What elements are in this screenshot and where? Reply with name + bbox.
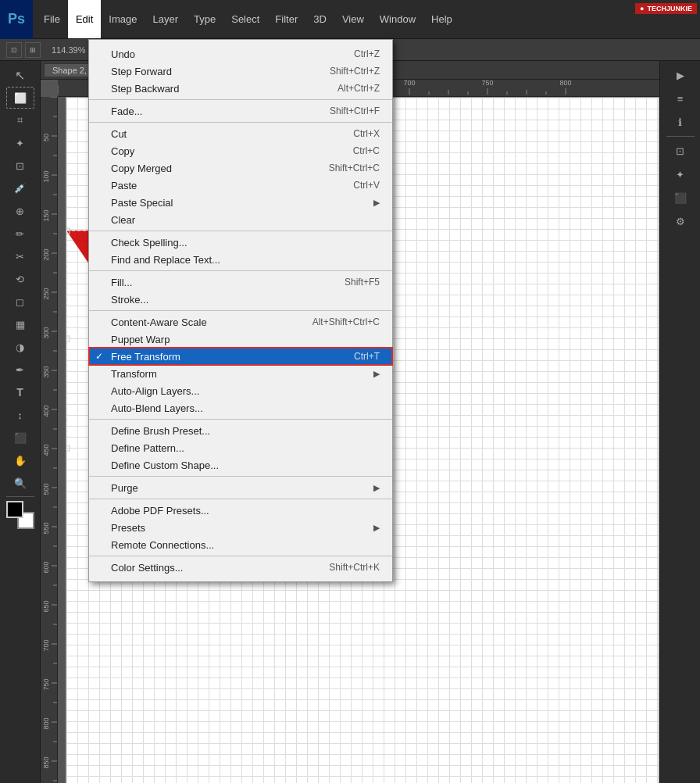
menu-item-step-backward[interactable]: Step Backward Alt+Ctrl+Z	[89, 80, 392, 97]
tool-shape[interactable]: ⬛	[6, 427, 34, 449]
menu-item-copy-merged[interactable]: Copy Merged Shift+Ctrl+C	[89, 159, 392, 177]
menu-layer[interactable]: Layer	[145, 0, 187, 38]
tool-mode-icon[interactable]: ⊡	[6, 42, 22, 58]
tool-heal[interactable]: ⊕	[6, 200, 34, 222]
menu-shortcut-paste: Ctrl+V	[353, 180, 380, 191]
menu-item-auto-align[interactable]: Auto-Align Layers...	[89, 382, 392, 399]
purge-arrow: ▶	[373, 483, 380, 493]
menu-item-adobe-pdf-presets[interactable]: Adobe PDF Presets...	[89, 502, 392, 519]
tool-clone[interactable]: ✂	[6, 245, 34, 267]
tool-pen[interactable]: ✒	[6, 359, 34, 381]
menu-item-content-aware-scale[interactable]: Content-Aware Scale Alt+Shift+Ctrl+C	[89, 313, 392, 331]
menu-item-auto-blend[interactable]: Auto-Blend Layers...	[89, 399, 392, 417]
menu-shortcut-undo: Ctrl+Z	[354, 48, 380, 59]
menu-item-paste-special[interactable]: Paste Special ▶	[89, 194, 392, 211]
tool-lasso[interactable]: ⌗	[6, 109, 34, 131]
foreground-color[interactable]	[6, 501, 23, 518]
right-tool-2[interactable]: ≡	[666, 88, 695, 109]
menu-type[interactable]: Type	[186, 0, 223, 38]
menu-shortcut-copy-merged: Shift+Ctrl+C	[329, 163, 380, 173]
menu-section-presets: Adobe PDF Presets... Presets ▶ Remote Co…	[89, 499, 392, 556]
svg-text:800: 800	[42, 717, 50, 729]
menu-item-cut[interactable]: Cut Ctrl+X	[89, 125, 392, 142]
menu-item-clear[interactable]: Clear	[89, 211, 392, 228]
menu-item-stroke[interactable]: Stroke...	[89, 291, 392, 308]
tool-crop[interactable]: ⊡	[6, 155, 34, 177]
tool-select-icon[interactable]: ⊞	[25, 42, 41, 58]
menu-item-fill[interactable]: Fill... Shift+F5	[89, 274, 392, 291]
menu-item-define-custom-shape[interactable]: Define Custom Shape...	[89, 456, 392, 474]
menu-shortcut-fade: Shift+Ctrl+F	[330, 105, 380, 116]
svg-text:550: 550	[42, 522, 50, 534]
right-tool-6[interactable]: ⬛	[666, 187, 695, 209]
menu-label-purge: Purge	[111, 482, 373, 494]
menu-view[interactable]: View	[334, 0, 372, 38]
menu-window[interactable]: Window	[372, 0, 423, 38]
right-tool-3[interactable]: ℹ	[666, 111, 695, 133]
menu-item-transform[interactable]: Transform ▶	[89, 365, 392, 382]
menu-label-puppet-warp: Puppet Warp	[111, 334, 380, 345]
menu-item-define-pattern[interactable]: Define Pattern...	[89, 439, 392, 456]
menu-label-auto-blend: Auto-Blend Layers...	[111, 402, 380, 414]
tool-marquee[interactable]: ⬜	[6, 87, 34, 109]
menu-label-find-replace: Find and Replace Text...	[111, 254, 380, 266]
tool-hand[interactable]: ✋	[6, 449, 34, 471]
right-panel: ▶ ≡ ℹ ⊡ ✦ ⬛ ⚙	[659, 61, 700, 783]
tool-brush[interactable]: ✏	[6, 223, 34, 245]
menu-item-copy[interactable]: Copy Ctrl+C	[89, 142, 392, 159]
tool-magic-wand[interactable]: ✦	[6, 132, 34, 154]
tool-history[interactable]: ⟲	[6, 268, 34, 290]
tool-path[interactable]: ↕	[6, 404, 34, 426]
menu-label-check-spelling: Check Spelling...	[111, 237, 380, 248]
menu-image[interactable]: Image	[101, 0, 145, 38]
menu-item-color-settings[interactable]: Color Settings... Shift+Ctrl+K	[89, 559, 392, 576]
tool-dodge[interactable]: ◑	[6, 336, 34, 358]
svg-text:200: 200	[42, 248, 50, 260]
paste-special-arrow: ▶	[373, 198, 380, 208]
menu-item-presets[interactable]: Presets ▶	[89, 519, 392, 536]
right-tool-4[interactable]: ⊡	[666, 140, 695, 162]
menu-edit[interactable]: Edit	[68, 0, 101, 38]
menu-item-free-transform[interactable]: ✓ Free Transform Ctrl+T	[89, 348, 392, 365]
menu-file[interactable]: File	[36, 0, 68, 38]
menu-item-define-brush[interactable]: Define Brush Preset...	[89, 422, 392, 439]
right-tool-7[interactable]: ⚙	[666, 210, 695, 232]
tool-eraser[interactable]: ◻	[6, 291, 34, 313]
menu-item-remote-connections[interactable]: Remote Connections...	[89, 536, 392, 553]
menu-select[interactable]: Select	[223, 0, 267, 38]
menu-label-stroke: Stroke...	[111, 294, 380, 306]
menu-item-puppet-warp[interactable]: Puppet Warp	[89, 331, 392, 348]
menu-label-clear: Clear	[111, 214, 380, 226]
transform-arrow: ▶	[373, 369, 380, 379]
menu-label-undo: Undo	[111, 48, 354, 60]
menu-item-undo[interactable]: Undo Ctrl+Z	[89, 45, 392, 63]
menu-section-fade: Fade... Shift+Ctrl+F	[89, 100, 392, 123]
menu-label-adobe-pdf-presets: Adobe PDF Presets...	[111, 505, 380, 517]
menu-label-step-forward: Step Forward	[111, 66, 330, 77]
menu-item-step-forward[interactable]: Step Forward Shift+Ctrl+Z	[89, 63, 392, 80]
fg-bg-colors[interactable]	[6, 501, 34, 529]
menu-item-fade[interactable]: Fade... Shift+Ctrl+F	[89, 102, 392, 120]
menu-item-check-spelling[interactable]: Check Spelling...	[89, 234, 392, 251]
right-separator	[666, 136, 695, 137]
menu-section-define: Define Brush Preset... Define Pattern...…	[89, 420, 392, 477]
tool-arrow[interactable]: ↖	[6, 64, 34, 86]
svg-text:150: 150	[42, 209, 50, 221]
menu-label-cut: Cut	[111, 128, 353, 140]
tool-eyedropper[interactable]: 💉	[6, 177, 34, 199]
right-tool-1[interactable]: ▶	[666, 64, 695, 86]
menu-shortcut-step-backward: Alt+Ctrl+Z	[338, 83, 380, 94]
tool-gradient[interactable]: ▦	[6, 313, 34, 335]
menu-item-find-replace[interactable]: Find and Replace Text...	[89, 251, 392, 268]
right-tool-5[interactable]: ✦	[666, 163, 695, 185]
menu-item-purge[interactable]: Purge ▶	[89, 479, 392, 496]
menu-item-paste[interactable]: Paste Ctrl+V	[89, 177, 392, 194]
menu-help[interactable]: Help	[423, 0, 460, 38]
tool-text[interactable]: T	[6, 381, 34, 403]
menu-3d[interactable]: 3D	[305, 0, 334, 38]
left-toolbar: ↖ ⬜ ⌗ ✦ ⊡ 💉 ⊕ ✏ ✂ ⟲ ◻ ▦ ◑ ✒ T ↕ ⬛ ✋ 🔍	[0, 61, 41, 783]
tool-zoom[interactable]: 🔍	[6, 472, 34, 494]
svg-rect-96	[66, 336, 70, 341]
menu-filter[interactable]: Filter	[267, 0, 305, 38]
menu-label-remote-connections: Remote Connections...	[111, 539, 380, 551]
